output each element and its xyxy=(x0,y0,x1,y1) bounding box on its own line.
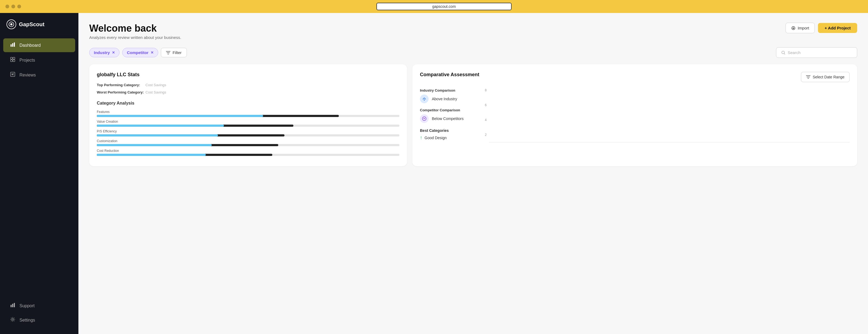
svg-point-16 xyxy=(424,99,425,101)
search-placeholder: Search xyxy=(788,50,801,55)
best-category-label: Good Design xyxy=(425,136,447,140)
import-label: Import xyxy=(798,26,809,30)
svg-rect-3 xyxy=(12,43,13,47)
logo-text: GapScout xyxy=(19,21,44,28)
top-performing-label: Top Performing Category: xyxy=(97,83,146,87)
app-container: GapScout Dashboard Projects Reviews xyxy=(0,13,868,334)
projects-label: Projects xyxy=(20,58,35,63)
competitor-tag-label: Competitor xyxy=(127,50,149,55)
svg-point-1 xyxy=(10,23,12,25)
chart-wrapper: 8 6 4 2 xyxy=(485,88,849,148)
svg-rect-6 xyxy=(13,57,15,59)
reviews-label: Reviews xyxy=(20,73,36,77)
svg-rect-7 xyxy=(10,60,12,62)
settings-label: Settings xyxy=(20,318,35,323)
svg-rect-8 xyxy=(13,60,15,62)
date-range-button[interactable]: Select Date Range xyxy=(801,72,849,82)
dashboard-label: Dashboard xyxy=(20,43,40,48)
industry-tag-label: Industry xyxy=(94,50,110,55)
search-icon xyxy=(781,51,785,55)
date-range-label: Select Date Range xyxy=(812,75,844,79)
worst-performing-label: Worst Performing Category: xyxy=(97,90,146,94)
worst-performing-value: Cost Savings xyxy=(146,90,166,94)
sidebar-item-dashboard[interactable]: Dashboard xyxy=(3,38,75,52)
worst-performing-row: Worst Performing Category: Cost Savings xyxy=(97,90,399,94)
category-analysis-title: Category Analysis xyxy=(97,101,399,106)
competitor-comparison-section: Competitor Comparison Below Competitors xyxy=(420,108,479,123)
industry-remove-icon[interactable]: ✕ xyxy=(112,51,115,55)
reviews-icon xyxy=(10,72,16,78)
sidebar-item-settings[interactable]: Settings xyxy=(3,313,75,327)
add-project-button[interactable]: + Add Project xyxy=(818,23,857,33)
stats-card: globalfy LLC Stats Top Performing Catego… xyxy=(89,64,407,166)
above-industry-label: Above Industry xyxy=(432,97,457,101)
svg-rect-12 xyxy=(14,303,15,307)
sidebar: GapScout Dashboard Projects Reviews xyxy=(0,13,79,334)
chart-y-axis: 8 6 4 2 xyxy=(485,88,487,148)
competitor-comparison-item: Below Competitors xyxy=(420,114,479,123)
dashboard-icon xyxy=(10,42,16,48)
projects-icon xyxy=(10,57,16,63)
page-title: Welcome back xyxy=(89,23,181,34)
competitor-filter-tag[interactable]: Competitor ✕ xyxy=(122,48,158,57)
category-bars: Features Value Creation P/S Efficiency C… xyxy=(97,110,399,156)
sidebar-item-support[interactable]: Support xyxy=(3,299,75,313)
browser-dots xyxy=(5,5,21,8)
comparative-card-title: Comparative Assessment xyxy=(420,72,479,77)
browser-dot-yellow xyxy=(11,5,15,8)
best-category-item: ↑ Good Design xyxy=(420,135,479,140)
settings-icon xyxy=(10,317,16,323)
browser-dot-red xyxy=(5,5,9,8)
category-bar-row: Customization xyxy=(97,139,399,146)
sidebar-bottom: Support Settings xyxy=(0,298,79,328)
comparative-right: 8 6 4 2 xyxy=(485,88,849,148)
comparative-card: Comparative Assessment Select Date Range… xyxy=(412,64,857,166)
competitor-remove-icon[interactable]: ✕ xyxy=(151,51,154,55)
chart-bars xyxy=(489,88,849,142)
import-button[interactable]: Import xyxy=(785,23,815,33)
title-block: Welcome back Analyzes every review writt… xyxy=(89,23,181,40)
cards-row: globalfy LLC Stats Top Performing Catego… xyxy=(89,64,857,166)
filter-button[interactable]: Filter xyxy=(161,48,187,57)
below-competitors-label: Below Competitors xyxy=(432,116,464,121)
add-project-label: + Add Project xyxy=(825,26,851,30)
logo: GapScout xyxy=(0,20,79,38)
main-content: Welcome back Analyzes every review writt… xyxy=(79,13,868,334)
sidebar-item-reviews[interactable]: Reviews xyxy=(3,68,75,82)
svg-rect-4 xyxy=(14,42,15,47)
competitor-comparison-title: Competitor Comparison xyxy=(420,108,479,112)
svg-rect-11 xyxy=(12,304,13,307)
industry-comparison-item: Above Industry xyxy=(420,95,479,103)
best-categories-title: Best Categories xyxy=(420,128,479,133)
svg-rect-2 xyxy=(10,44,12,47)
search-box[interactable]: Search xyxy=(776,47,857,58)
above-industry-icon xyxy=(420,95,429,103)
category-bar-row: P/S Efficiency xyxy=(97,129,399,136)
industry-comparison-section: Industry Comparison Above Industry xyxy=(420,88,479,103)
category-bar-row: Features xyxy=(97,110,399,117)
url-bar[interactable]: gapscout.com xyxy=(376,3,512,10)
filter-label: Filter xyxy=(173,50,181,55)
logo-icon xyxy=(6,20,16,29)
top-performing-row: Top Performing Category: Cost Savings xyxy=(97,83,399,87)
top-performing-value: Cost Savings xyxy=(146,83,166,87)
arrow-up-icon: ↑ xyxy=(420,135,422,140)
category-bar-row: Value Creation xyxy=(97,120,399,127)
stats-card-title: globalfy LLC Stats xyxy=(97,72,399,77)
header-actions: Import + Add Project xyxy=(785,23,857,33)
industry-filter-tag[interactable]: Industry ✕ xyxy=(89,48,120,57)
below-competitors-icon xyxy=(420,114,429,123)
page-header: Welcome back Analyzes every review writt… xyxy=(89,23,857,40)
svg-rect-5 xyxy=(10,57,12,59)
filters-row: Industry ✕ Competitor ✕ Filter Search xyxy=(89,47,857,58)
category-bar-row: Cost Reduction xyxy=(97,149,399,156)
svg-rect-10 xyxy=(10,305,12,307)
sidebar-item-projects[interactable]: Projects xyxy=(3,53,75,67)
browser-dot-green xyxy=(17,5,21,8)
support-label: Support xyxy=(20,303,35,308)
support-icon xyxy=(10,303,16,309)
comparative-inner: Industry Comparison Above Industry Compe… xyxy=(420,88,849,148)
svg-point-13 xyxy=(12,319,13,320)
industry-comparison-title: Industry Comparison xyxy=(420,88,479,92)
browser-chrome: gapscout.com xyxy=(0,0,868,13)
